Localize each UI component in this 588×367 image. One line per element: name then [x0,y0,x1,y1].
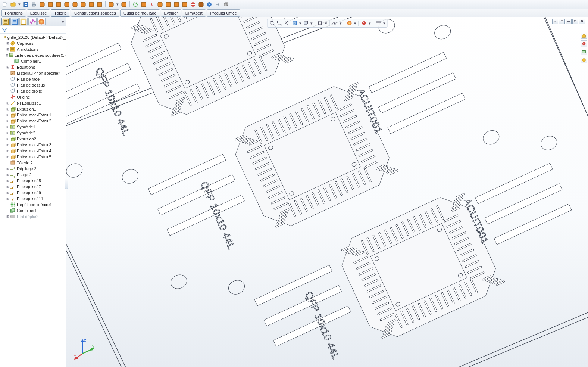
tree-toggle[interactable]: ⊞ [6,131,10,135]
section-view-dropdown[interactable]: ▾ [299,21,302,26]
panel-tab-display-mgr[interactable] [37,18,46,25]
tab-esquisse[interactable]: Esquisse [27,9,50,17]
panel-tab-property-mgr[interactable] [10,18,19,25]
tree-toggle[interactable]: ⊞ [6,173,10,177]
tree-item[interactable]: Origine [4,94,66,100]
hide-show-button[interactable] [332,20,338,27]
options-dropdown[interactable]: ▾ [116,2,119,7]
tree-item[interactable]: ⊞Extrusion2 [4,136,66,142]
panel-tab-dimxpert-mgr[interactable] [28,18,37,25]
sketch-button[interactable] [39,1,46,8]
doc-restore-button[interactable]: ▫ [552,19,558,24]
tab-moulage[interactable]: Outils de moulage [120,9,160,17]
display-style-dropdown[interactable]: ▾ [325,21,328,26]
view-orient-button[interactable] [303,20,309,27]
hide-show-dropdown[interactable]: ▾ [339,21,342,26]
tab-office[interactable]: Produits Office [207,9,240,17]
tab-tolerie[interactable]: Tôlerie [51,9,70,17]
tree-toggle[interactable]: ⊞ [6,102,10,105]
no-entry-button[interactable] [190,1,196,8]
view-settings-dropdown[interactable]: ▾ [383,21,386,26]
extrude-button[interactable] [47,1,54,8]
decal-taskpane-button[interactable] [581,49,587,55]
prev-view-button[interactable] [284,20,291,27]
materials-button[interactable] [198,1,204,8]
tree-toggle[interactable]: ⊞ [6,137,10,141]
doc-props-button[interactable] [140,1,147,8]
scene-dropdown[interactable]: ▾ [354,21,357,26]
tree-item[interactable]: ⊞Enlèv. mat.-Extru.5 [4,154,66,160]
tree-toggle[interactable]: ⊞ [6,179,10,183]
tree-item[interactable]: ⊞Enlèv. mat.-Extru.3 [4,142,66,148]
tab-fonctions[interactable]: Fonctions [1,9,26,17]
tree-item[interactable]: ⊞Enlèv. mat.-Extru.2 [4,118,66,124]
app-max-button[interactable]: □ [572,19,578,24]
tree-item[interactable]: ⊞Pli esquissé9 [4,190,66,196]
arrow-button[interactable] [214,1,221,8]
splitter-handle[interactable] [65,178,68,189]
tree-item[interactable]: ⊞Pliage 2 [4,172,66,178]
display-style-button[interactable] [317,20,324,27]
tree-item[interactable]: Plan de droite [4,88,66,94]
tree-item[interactable]: Plan de face [4,76,66,82]
tree-item[interactable]: ⊞Extrusion1 [4,106,66,112]
expand-panel-icon[interactable]: » [62,19,64,24]
tree-toggle[interactable]: ⊞ [6,143,10,147]
tree-item[interactable]: Plan de dessus [4,82,66,88]
filter-icon[interactable] [1,27,7,33]
tree-item[interactable]: Combiner1 [4,208,66,214]
rebuild-button[interactable] [132,1,139,8]
hole-button[interactable] [72,1,78,8]
open-doc-button[interactable] [10,1,16,8]
measure-button[interactable] [157,1,163,8]
tree-item[interactable]: ⊞Annotations [4,46,66,52]
open-doc-dropdown[interactable]: ▾ [18,2,21,7]
tree-toggle[interactable]: ⊞ [6,185,10,189]
equations-button[interactable]: Σ [148,1,155,8]
app-min-button[interactable]: — [566,19,572,24]
macro-button[interactable] [121,1,127,8]
pattern-button[interactable] [96,1,103,8]
tree-toggle[interactable]: ⊞ [6,108,10,111]
app-close-button[interactable]: ✕ [579,19,585,24]
tree-item[interactable]: ⊞Pli esquissé5 [4,178,66,184]
view-orient-dropdown[interactable]: ▾ [310,21,313,26]
tree-item[interactable]: Matériau <non spécifié> [4,70,66,76]
tree-toggle[interactable]: ⊞ [6,48,10,51]
tree-item[interactable]: ⊞Etat déplié2 [4,214,66,220]
home-taskpane-button[interactable] [581,32,587,39]
print-button[interactable] [31,1,37,8]
tab-dimxpert[interactable]: DimXpert [182,9,206,17]
revolve-button[interactable] [55,1,62,8]
help-button[interactable]: ? [206,1,213,8]
zoom-fit-button[interactable] [269,20,276,27]
cube0-button[interactable] [222,1,229,8]
graphics-viewport[interactable]: ▾▾▾▾▾▾▾ ▫□—□✕ QFP 10x10 44L QFP 10x10 44… [66,17,588,367]
view-settings-button[interactable] [375,20,382,27]
appearance-lib-taskpane-button[interactable] [581,40,587,47]
tree-toggle[interactable]: ⊞ [6,155,10,159]
appearance-button[interactable] [361,20,368,27]
save-button[interactable] [22,1,29,8]
tree-item[interactable]: ⊞Capteurs [4,40,66,46]
doc-max-button[interactable]: □ [559,19,565,24]
tree-item[interactable]: ⊞ΣEquations [4,64,66,70]
tree-toggle[interactable]: ⊞ [6,191,10,195]
tree-item[interactable]: ⊞Pli esquissé7 [4,184,66,190]
tab-constructions[interactable]: Constructions soudées [71,9,119,17]
loft-button[interactable] [63,1,70,8]
tab-evaluer[interactable]: Evaluer [161,9,181,17]
tree-item[interactable]: ⊞Pli esquissé11 [4,196,66,202]
tree-toggle[interactable]: ⊞ [6,42,10,45]
tree-toggle[interactable]: ⊞ [6,125,10,129]
tree-root[interactable]: grille_20x20 (Défaut<<Défaut>_ [0,34,66,40]
tree-item[interactable]: ⊞(-) Esquisse1 [4,100,66,106]
orientation-triad[interactable]: Z Y X [73,338,96,360]
tree-item[interactable]: ⊞Symétrie2 [4,130,66,136]
section-button[interactable] [173,1,180,8]
tree-toggle[interactable]: ⊞ [6,215,10,218]
fillet-button[interactable] [80,1,87,8]
tree-item[interactable]: ⊞Symétrie1 [4,124,66,130]
tree-item[interactable]: Combiner1 [8,58,66,64]
panel-tab-config-mgr[interactable] [19,18,28,25]
